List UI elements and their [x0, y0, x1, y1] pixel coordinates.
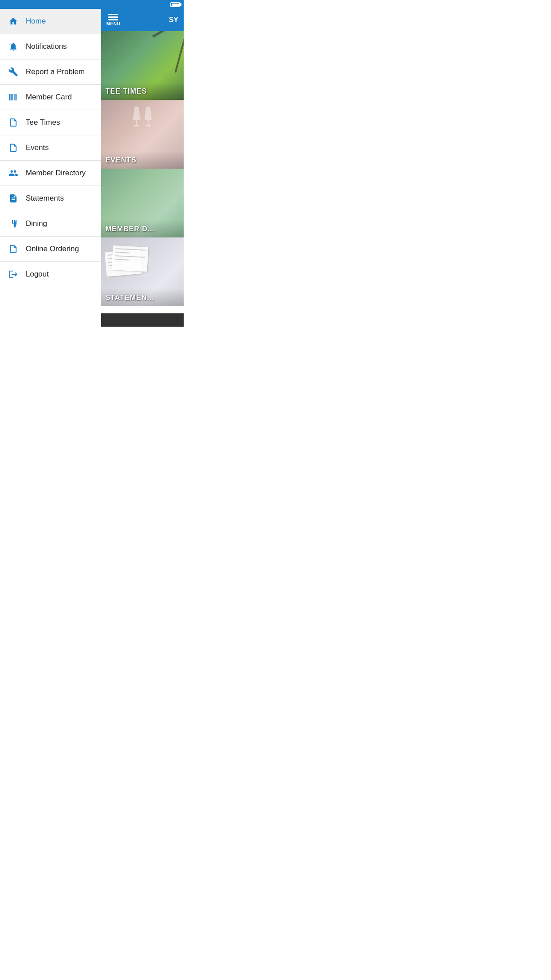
- dining-icon: [7, 217, 20, 230]
- tile-tee-times[interactable]: TEE TIMES: [101, 31, 184, 100]
- sidebar-item-member-card-label: Member Card: [26, 93, 72, 102]
- tile-member-directory-label: MEMBER D...: [106, 225, 155, 233]
- tile-events[interactable]: EVENTS: [101, 100, 184, 169]
- battery-icon: [170, 2, 180, 7]
- sidebar-item-tee-times[interactable]: Tee Times: [0, 110, 101, 135]
- sidebar-item-statements-label: Statements: [26, 194, 64, 203]
- right-panel: MENU SY TEE TIMES: [101, 9, 184, 327]
- sidebar-item-dining-label: Dining: [26, 219, 47, 228]
- tiles-container: TEE TIMES: [101, 31, 184, 313]
- status-bar: [0, 0, 184, 9]
- tile-tee-times-label: TEE TIMES: [106, 87, 147, 95]
- sidebar-item-report-problem[interactable]: Report a Problem: [0, 59, 101, 85]
- online-ordering-icon: [7, 243, 20, 255]
- home-icon: [7, 15, 20, 28]
- sidebar-item-logout-label: Logout: [26, 270, 49, 279]
- sidebar-item-statements[interactable]: Statements: [0, 186, 101, 211]
- user-initials: SY: [169, 16, 178, 24]
- sidebar-item-notifications[interactable]: Notifications: [0, 34, 101, 59]
- bell-icon: [7, 40, 20, 53]
- sidebar-item-events-label: Events: [26, 143, 49, 152]
- logout-icon: [7, 268, 20, 281]
- sidebar-item-member-directory[interactable]: Member Directory: [0, 161, 101, 186]
- tile-member-directory[interactable]: MEMBER D...: [101, 169, 184, 237]
- top-bar: MENU SY: [101, 9, 184, 31]
- sidebar-item-member-directory-label: Member Directory: [26, 169, 86, 178]
- statements-icon: [7, 192, 20, 205]
- tee-times-doc-icon: [7, 116, 20, 129]
- wine-glasses-decor: [133, 107, 152, 129]
- sidebar-item-tee-times-label: Tee Times: [26, 118, 60, 127]
- glass-1: [133, 107, 140, 129]
- wrench-icon: [7, 66, 20, 78]
- tile-events-label: EVENTS: [106, 156, 137, 164]
- bottom-bar: [101, 313, 184, 327]
- sidebar-item-online-ordering[interactable]: Online Ordering: [0, 237, 101, 262]
- sidebar-item-report-label: Report a Problem: [26, 67, 85, 76]
- main-layout: Home Notifications Report a Problem: [0, 9, 184, 327]
- hamburger-icon: [108, 14, 118, 20]
- glass-2: [145, 107, 152, 129]
- sidebar-item-logout[interactable]: Logout: [0, 262, 101, 287]
- menu-label: MENU: [106, 21, 120, 26]
- tile-statements-label: STATEMEN...: [106, 294, 154, 302]
- menu-button[interactable]: MENU: [106, 14, 120, 26]
- golf-club-decor: [174, 34, 184, 73]
- barcode-icon: [7, 91, 20, 103]
- sidebar: Home Notifications Report a Problem: [0, 9, 101, 327]
- sidebar-item-notifications-label: Notifications: [26, 42, 67, 51]
- people-icon: [7, 167, 20, 179]
- tile-statements[interactable]: STATEMEN...: [101, 237, 184, 306]
- sidebar-item-member-card[interactable]: Member Card: [0, 85, 101, 110]
- sidebar-item-home-label: Home: [26, 17, 46, 26]
- events-doc-icon: [7, 142, 20, 154]
- sidebar-item-dining[interactable]: Dining: [0, 211, 101, 237]
- sidebar-item-events[interactable]: Events: [0, 135, 101, 161]
- sidebar-item-home[interactable]: Home: [0, 9, 101, 34]
- sidebar-item-online-ordering-label: Online Ordering: [26, 245, 79, 253]
